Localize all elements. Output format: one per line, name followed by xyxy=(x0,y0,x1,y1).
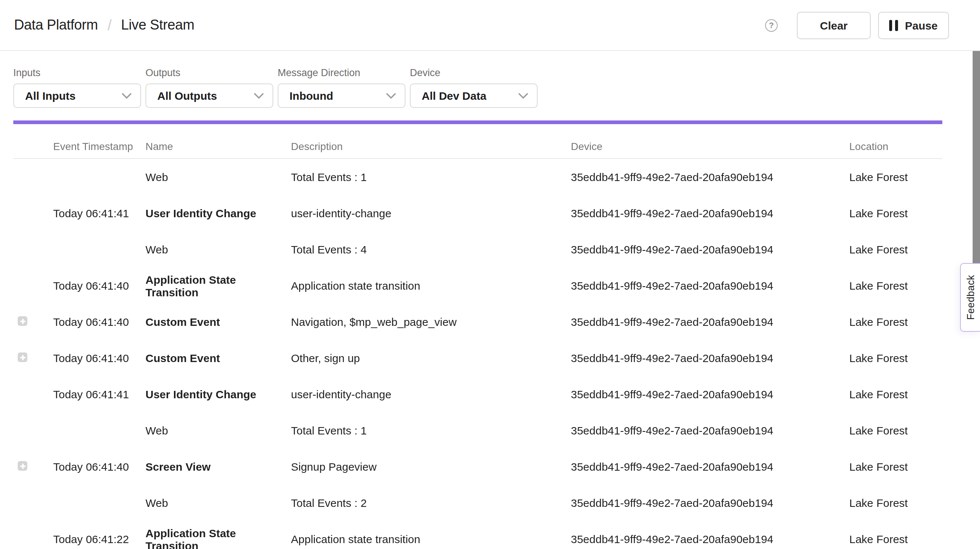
event-name-cell: User Identity Change xyxy=(145,207,291,219)
event-description-cell: Application state transition xyxy=(291,279,571,292)
plus-icon[interactable] xyxy=(18,461,27,471)
clear-button[interactable]: Clear xyxy=(797,11,871,39)
event-description-cell: Total Events : 1 xyxy=(291,424,571,437)
event-device-cell: 35eddb41-9ff9-49e2-7aed-20afa90eb194 xyxy=(571,243,849,256)
filter-dropdown[interactable]: All Dev Data xyxy=(410,83,538,108)
event-location-cell: Lake Forest xyxy=(849,279,942,292)
event-description-cell: Total Events : 4 xyxy=(291,243,571,256)
event-name-cell: Web xyxy=(145,243,291,256)
filter-label: Inputs xyxy=(13,67,141,78)
table-row[interactable]: Web Total Events : 1 35eddb41-9ff9-49e2-… xyxy=(13,412,942,448)
filters: Inputs All Inputs Outputs All Outputs Me… xyxy=(13,67,967,108)
event-device-cell: 35eddb41-9ff9-49e2-7aed-20afa90eb194 xyxy=(571,352,849,364)
event-device-cell: 35eddb41-9ff9-49e2-7aed-20afa90eb194 xyxy=(571,460,849,473)
help-icon[interactable]: ? xyxy=(765,19,778,31)
event-name-cell: Web xyxy=(145,496,291,509)
event-device-cell: 35eddb41-9ff9-49e2-7aed-20afa90eb194 xyxy=(571,171,849,183)
event-description-cell: Navigation, $mp_web_page_view xyxy=(291,316,571,328)
chevron-down-icon xyxy=(519,93,528,99)
event-name-cell: Application State Transition xyxy=(145,527,291,549)
feedback-tab[interactable]: Feedback xyxy=(960,263,980,332)
expand-cell xyxy=(13,207,53,219)
event-timestamp-cell: Today 06:41:40 xyxy=(53,352,145,364)
filter-selected-value: All Dev Data xyxy=(422,89,486,102)
table-row[interactable]: Today 06:41:22 Application State Transit… xyxy=(13,521,942,549)
expand-cell xyxy=(13,171,53,183)
event-description-cell: user-identity-change xyxy=(291,388,571,401)
table-row[interactable]: Today 06:41:40 Custom Event Other, sign … xyxy=(13,340,942,376)
event-description-cell: Total Events : 1 xyxy=(291,171,571,183)
column-header-name: Name xyxy=(145,140,291,152)
expand-cell xyxy=(13,243,53,256)
expand-cell xyxy=(13,316,53,328)
filter-group: Device All Dev Data xyxy=(410,67,538,108)
event-timestamp-cell: Today 06:41:40 xyxy=(53,316,145,328)
filter-group: Inputs All Inputs xyxy=(13,67,141,108)
event-location-cell: Lake Forest xyxy=(849,388,942,401)
chevron-down-icon xyxy=(122,93,132,99)
event-timestamp-cell: Today 06:41:41 xyxy=(53,207,145,219)
table-accent-bar xyxy=(13,120,942,124)
event-description-cell: Signup Pageview xyxy=(291,460,571,473)
column-header-device: Device xyxy=(571,140,849,152)
table-row[interactable]: Today 06:41:41 User Identity Change user… xyxy=(13,195,942,231)
column-header-description: Description xyxy=(291,140,571,152)
event-location-cell: Lake Forest xyxy=(849,316,942,328)
filter-dropdown[interactable]: All Inputs xyxy=(13,83,141,108)
expand-cell xyxy=(13,496,53,509)
filter-group: Message Direction Inbound xyxy=(278,67,406,108)
event-timestamp-cell: Today 06:41:22 xyxy=(53,533,145,545)
filter-selected-value: Inbound xyxy=(290,89,333,102)
expand-cell xyxy=(13,388,53,401)
event-description-cell: Other, sign up xyxy=(291,352,571,364)
table-row[interactable]: Web Total Events : 2 35eddb41-9ff9-49e2-… xyxy=(13,485,942,521)
breadcrumb-parent[interactable]: Data Platform xyxy=(14,17,98,33)
filter-label: Message Direction xyxy=(278,67,406,78)
event-location-cell: Lake Forest xyxy=(849,352,942,364)
event-location-cell: Lake Forest xyxy=(849,424,942,437)
expand-cell xyxy=(13,460,53,473)
filter-group: Outputs All Outputs xyxy=(145,67,273,108)
filter-dropdown[interactable]: All Outputs xyxy=(145,83,273,108)
plus-icon[interactable] xyxy=(18,316,27,326)
event-device-cell: 35eddb41-9ff9-49e2-7aed-20afa90eb194 xyxy=(571,316,849,328)
table-row[interactable]: Today 06:41:40 Application State Transit… xyxy=(13,268,942,304)
expand-cell xyxy=(13,352,53,364)
event-description-cell: Total Events : 2 xyxy=(291,496,571,509)
event-location-cell: Lake Forest xyxy=(849,496,942,509)
event-timestamp-cell: Today 06:41:40 xyxy=(53,460,145,473)
event-name-cell: Web xyxy=(145,171,291,183)
table-body: Web Total Events : 1 35eddb41-9ff9-49e2-… xyxy=(13,159,942,549)
filter-selected-value: All Outputs xyxy=(157,89,217,102)
event-name-cell: User Identity Change xyxy=(145,388,291,401)
filter-label: Outputs xyxy=(145,67,273,78)
event-device-cell: 35eddb41-9ff9-49e2-7aed-20afa90eb194 xyxy=(571,424,849,437)
table-row[interactable]: Web Total Events : 4 35eddb41-9ff9-49e2-… xyxy=(13,231,942,268)
table-row[interactable]: Today 06:41:40 Screen View Signup Pagevi… xyxy=(13,448,942,485)
event-device-cell: 35eddb41-9ff9-49e2-7aed-20afa90eb194 xyxy=(571,279,849,292)
breadcrumb-current: Live Stream xyxy=(121,17,194,33)
expand-cell xyxy=(13,424,53,437)
event-name-cell: Web xyxy=(145,424,291,437)
event-location-cell: Lake Forest xyxy=(849,460,942,473)
table-row[interactable]: Today 06:41:40 Custom Event Navigation, … xyxy=(13,304,942,340)
expand-cell xyxy=(13,279,53,292)
plus-icon[interactable] xyxy=(18,353,27,362)
event-location-cell: Lake Forest xyxy=(849,171,942,183)
pause-icon xyxy=(889,19,898,31)
event-name-cell: Application State Transition xyxy=(145,273,291,298)
table-row[interactable]: Web Total Events : 1 35eddb41-9ff9-49e2-… xyxy=(13,159,942,195)
filter-dropdown[interactable]: Inbound xyxy=(278,83,406,108)
expand-cell xyxy=(13,533,53,545)
scrollbar-thumb[interactable] xyxy=(973,51,980,263)
table-row[interactable]: Today 06:41:41 User Identity Change user… xyxy=(13,376,942,412)
event-table: Event Timestamp Name Description Device … xyxy=(13,120,942,549)
event-timestamp-cell: Today 06:41:41 xyxy=(53,388,145,401)
event-location-cell: Lake Forest xyxy=(849,207,942,219)
event-location-cell: Lake Forest xyxy=(849,533,942,545)
event-device-cell: 35eddb41-9ff9-49e2-7aed-20afa90eb194 xyxy=(571,388,849,401)
event-name-cell: Screen View xyxy=(145,460,291,473)
event-name-cell: Custom Event xyxy=(145,352,291,364)
pause-button[interactable]: Pause xyxy=(878,11,949,39)
event-device-cell: 35eddb41-9ff9-49e2-7aed-20afa90eb194 xyxy=(571,496,849,509)
